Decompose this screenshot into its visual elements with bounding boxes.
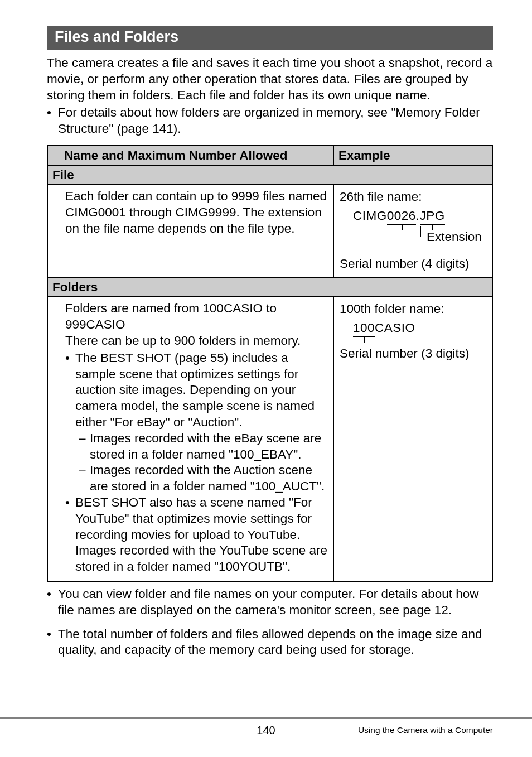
folders-bullet-2: • BEST SHOT also has a scene named "For …	[65, 495, 327, 575]
file-ext: JPG	[420, 209, 445, 223]
file-prefix: CIMG	[353, 209, 387, 223]
intro-bullet-text: For details about how folders are organi…	[58, 105, 493, 137]
header-name: Name and Maximum Number Allowed	[60, 146, 333, 166]
folders-bullet-1: • The BEST SHOT (page 55) includes a sam…	[65, 350, 327, 495]
footer-section-name: Using the Camera with a Computer	[358, 725, 493, 735]
folders-line-2: There can be up to 900 folders in memory…	[65, 333, 327, 349]
file-subheader: File	[47, 166, 492, 185]
folders-spacer	[47, 297, 60, 581]
file-subheader-row: File	[47, 166, 492, 185]
after-bullet-2-text: The total number of folders and files al…	[58, 626, 493, 659]
bullet-icon: •	[65, 350, 75, 495]
bullet-icon: •	[47, 586, 58, 619]
intro-bullet: • For details about how folders are orga…	[47, 105, 493, 137]
file-dot: .	[416, 209, 420, 223]
section-title: Files and Folders	[47, 26, 493, 50]
file-example-title: 26th file name:	[340, 189, 486, 205]
folders-example: 100th folder name: 100CASIO Serial numbe…	[333, 297, 492, 581]
after-bullet-1: • You can view folder and file names on …	[47, 586, 493, 619]
table-header-row: Name and Maximum Number Allowed Example	[47, 146, 492, 166]
folders-subheader-row: Folders	[47, 278, 492, 297]
folders-sub-2-text: Images recorded with the Auction scene a…	[90, 462, 327, 495]
bullet-icon: •	[47, 626, 58, 659]
after-bullet-1-text: You can view folder and file names on yo…	[58, 586, 493, 619]
folder-serial-label: Serial number (3 digits)	[340, 345, 486, 362]
bullet-icon: •	[65, 495, 75, 575]
folder-serial: 100	[353, 321, 375, 335]
after-bullet-2: • The total number of folders and files …	[47, 626, 493, 659]
header-spacer	[47, 146, 60, 166]
folders-bullet-2-text: BEST SHOT also has a scene named "For Yo…	[75, 495, 327, 575]
file-row: Each folder can contain up to 9999 files…	[47, 185, 492, 278]
folders-sub-1: – Images recorded with the eBay scene ar…	[75, 431, 327, 463]
page-footer: 140 Using the Camera with a Computer	[0, 717, 532, 737]
file-serial: 0026	[387, 209, 416, 223]
folders-row: Folders are named from 100CASIO to 999CA…	[47, 297, 492, 581]
extension-label: Extension	[427, 229, 482, 245]
folders-sub-1-text: Images recorded with the eBay scene are …	[90, 431, 327, 463]
file-spacer	[47, 185, 60, 278]
file-description: Each folder can contain up to 9999 files…	[60, 185, 333, 278]
dash-icon: –	[75, 462, 90, 495]
folders-subheader: Folders	[47, 278, 492, 297]
file-example: 26th file name: CIMG0026.JPG Extension S…	[333, 185, 492, 278]
tick-icon	[364, 337, 365, 343]
folders-description: Folders are named from 100CASIO to 999CA…	[60, 297, 333, 581]
bullet-icon: •	[47, 105, 58, 137]
folders-example-title: 100th folder name:	[340, 301, 486, 317]
file-serial-label: Serial number (4 digits)	[340, 255, 486, 272]
connector-line-icon	[420, 226, 421, 237]
folder-suffix: CASIO	[375, 321, 415, 335]
intro-paragraph: The camera creates a file and saves it e…	[47, 55, 493, 103]
folders-sub-2: – Images recorded with the Auction scene…	[75, 462, 327, 495]
tick-icon	[402, 225, 403, 230]
folders-bullet-1-text: The BEST SHOT (page 55) includes a sampl…	[75, 351, 315, 429]
folders-line-1: Folders are named from 100CASIO to 999CA…	[65, 301, 327, 333]
files-folders-table: Name and Maximum Number Allowed Example …	[47, 145, 493, 582]
header-example: Example	[333, 146, 492, 166]
dash-icon: –	[75, 431, 90, 463]
